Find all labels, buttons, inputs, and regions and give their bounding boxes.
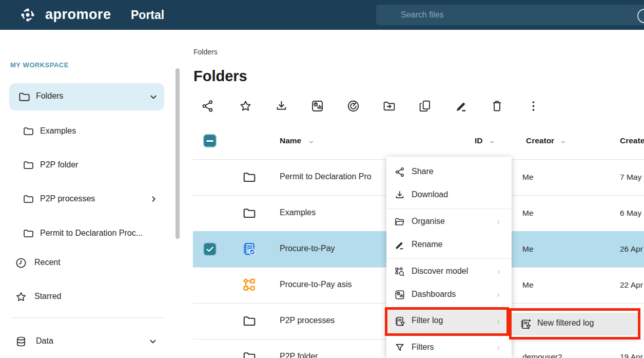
filter-log-submenu: New filtered log — [512, 311, 638, 337]
event-log-icon — [241, 241, 257, 257]
filter-log-icon — [394, 315, 406, 327]
sidebar-scrollbar[interactable] — [175, 68, 180, 239]
rename-pencil-icon — [394, 239, 405, 251]
column-header-name[interactable]: Name — [280, 136, 301, 145]
sidebar-item-recent[interactable]: Recent — [15, 257, 164, 269]
menu-item-rename[interactable]: Rename — [386, 234, 512, 257]
sort-chevron-icon[interactable] — [560, 139, 567, 145]
dashboard-icon — [394, 289, 405, 300]
copy-icon[interactable] — [418, 99, 432, 113]
menu-item-share[interactable]: Share — [386, 161, 512, 184]
submenu-chevron-icon — [495, 345, 502, 351]
sidebar-item-p2p-folder[interactable]: P2P folder — [23, 159, 166, 172]
download-icon[interactable] — [275, 99, 288, 113]
submenu-chevron-icon — [495, 292, 502, 298]
column-header-created[interactable]: Created — [620, 136, 644, 145]
search-input[interactable] — [376, 5, 644, 25]
sidebar-item-p2p-processes[interactable]: P2P processes — [23, 193, 166, 205]
context-menu: Share Download Organise Rename Discover … — [386, 157, 512, 358]
delete-trash-icon[interactable] — [490, 99, 504, 113]
more-options-kebab-icon[interactable] — [526, 99, 540, 113]
column-header-creator[interactable]: Creator — [526, 136, 554, 145]
star-icon[interactable] — [239, 99, 252, 113]
sort-chevron-icon[interactable] — [489, 139, 495, 145]
top-bar: apromore Portal — [0, 0, 644, 30]
database-icon — [15, 335, 27, 348]
process-model-icon — [241, 277, 257, 293]
performance-dial-icon[interactable] — [346, 99, 360, 113]
folder-icon — [242, 350, 257, 358]
rename-pencil-icon[interactable] — [455, 99, 469, 113]
star-icon — [15, 291, 27, 303]
sidebar-divider — [10, 317, 164, 318]
product-name: Portal — [131, 8, 164, 22]
folder-icon — [23, 193, 34, 205]
menu-item-discover-model[interactable]: Discover model — [386, 260, 512, 284]
folder-icon — [242, 206, 257, 220]
menu-item-filter-log[interactable]: Filter log — [386, 309, 512, 334]
apromore-logo-icon — [17, 5, 38, 25]
sidebar-item-starred[interactable]: Starred — [15, 291, 164, 303]
funnel-icon — [394, 342, 405, 353]
chevron-down-icon[interactable] — [148, 92, 159, 102]
dashboard-icon[interactable] — [310, 99, 324, 113]
sidebar-item-examples[interactable]: Examples — [23, 125, 166, 138]
menu-item-download[interactable]: Download — [386, 184, 512, 207]
move-to-folder-icon[interactable] — [382, 99, 396, 113]
menu-divider — [386, 209, 512, 209]
menu-item-organise[interactable]: Organise — [386, 211, 512, 234]
sort-chevron-icon[interactable] — [308, 139, 315, 145]
submenu-chevron-icon — [495, 269, 502, 275]
download-icon — [394, 190, 405, 201]
menu-divider — [386, 258, 512, 259]
chevron-right-icon[interactable] — [149, 194, 159, 204]
sidebar-item-data[interactable]: Data — [15, 335, 164, 348]
folder-open-icon — [394, 216, 405, 228]
menu-item-dashboards[interactable]: Dashboards — [386, 284, 512, 307]
page-title: Folders — [193, 68, 247, 85]
folder-icon — [242, 170, 257, 184]
workspace-section-title: MY WORKSPACE — [10, 61, 69, 69]
share-icon — [394, 166, 405, 178]
discover-model-icon — [394, 266, 405, 277]
folder-icon — [23, 228, 34, 239]
chevron-down-icon[interactable] — [148, 336, 158, 347]
submenu-chevron-icon — [495, 219, 502, 225]
check-icon — [203, 242, 217, 256]
sidebar-item-folders[interactable]: Folders — [9, 83, 164, 110]
column-header-id[interactable]: ID — [475, 136, 483, 145]
folder-icon — [23, 159, 34, 171]
share-icon[interactable] — [201, 99, 214, 113]
select-all-checkbox[interactable] — [203, 134, 217, 147]
menu-item-filters[interactable]: Filters — [386, 336, 512, 358]
folder-icon — [23, 125, 34, 137]
sidebar-item-permit-to-declaration[interactable]: Permit to Declaration Proc... — [23, 228, 171, 240]
folder-icon — [242, 314, 257, 328]
new-filtered-log-icon — [520, 318, 532, 330]
breadcrumb[interactable]: Folders — [193, 48, 218, 56]
clock-icon — [15, 257, 27, 269]
row-checkbox-checked[interactable] — [203, 242, 217, 256]
submenu-item-new-filtered-log[interactable]: New filtered log — [512, 313, 638, 335]
submenu-chevron-icon — [495, 318, 502, 325]
brand-name: apromore — [45, 7, 111, 23]
folder-icon — [18, 90, 31, 103]
